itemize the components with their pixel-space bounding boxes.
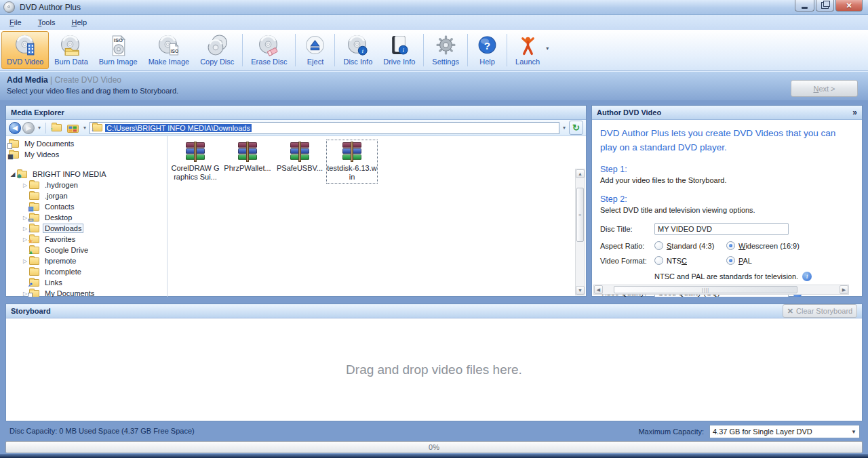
forward-button[interactable]: ▶ [22, 122, 35, 134]
drag-drop-placeholder: Drag and drop video files here. [346, 362, 522, 377]
settings-icon [435, 35, 457, 57]
disc-title-input[interactable] [654, 223, 789, 235]
info-icon[interactable]: i [802, 272, 812, 281]
toolbar-button-label: Settings [432, 58, 459, 66]
views-dropdown-icon[interactable]: ▾ [83, 125, 86, 131]
rar-archive-icon [342, 142, 362, 162]
tree-item-downloads[interactable]: ▷↓Downloads [6, 223, 167, 234]
toolbar-button-make-image[interactable]: ISOMake Image [143, 31, 195, 69]
radio-option-widescreen-16-9[interactable]: Widescreen (16:9) [726, 241, 798, 250]
chevron-collapse-icon[interactable]: » [852, 108, 857, 117]
launch-icon [517, 35, 539, 57]
author-panel-hscrollbar[interactable]: ◀ |||| ▶ [593, 285, 849, 295]
wizard-step-next: Create DVD Video [54, 75, 121, 85]
radio-unselected-icon [654, 256, 663, 265]
burn-data-icon [60, 35, 82, 57]
radio-option-ntsc[interactable]: NTSC [654, 256, 726, 265]
links-folder-icon: ↗ [29, 279, 39, 287]
restore-button[interactable] [816, 0, 834, 12]
radio-unselected-icon [654, 241, 663, 250]
tree-shortcut-my-documents[interactable]: My Documents [6, 138, 167, 149]
tree-item-hydrogen[interactable]: ▷.hydrogen [6, 180, 167, 190]
file-item-phrzpwallet[interactable]: PhrzPWallet... [222, 140, 273, 175]
app-disc-icon [3, 1, 15, 13]
toolbar-button-burn-data[interactable]: Burn Data [49, 31, 94, 69]
toolbar-button-launch[interactable]: Launch▾ [510, 31, 545, 69]
up-one-level-button[interactable]: ↑ [52, 124, 62, 131]
copy-disc-icon [206, 35, 229, 57]
close-button[interactable]: ✕ [835, 0, 863, 12]
tree-item-bright-info-media[interactable]: ◢☻BRIGHT INFO MEDIA [6, 169, 167, 180]
toolbar-button-dvd-video[interactable]: DVD Video [1, 31, 49, 69]
toolbar-button-disc-info[interactable]: iDisc Info [338, 31, 378, 69]
clear-x-icon: ✕ [787, 307, 793, 316]
tree-item-label: .hydrogen [43, 180, 80, 190]
tree-item-incomplete[interactable]: Incomplete [6, 266, 167, 277]
launch-dropdown-icon[interactable]: ▾ [546, 45, 549, 51]
tree-item-contacts[interactable]: ▤Contacts [6, 201, 167, 212]
history-dropdown-icon[interactable]: ▾ [38, 125, 41, 131]
toolbar-button-copy-disc[interactable]: Copy Disc [195, 31, 239, 69]
max-capacity-select[interactable]: 4.37 GB for Single Layer DVD ▼ [709, 425, 860, 438]
next-button[interactable]: Next > [791, 80, 858, 97]
tree-shortcut-my-videos[interactable]: ▦My Videos [6, 149, 167, 160]
back-button[interactable]: ◀ [9, 122, 21, 134]
toolbar-button-label: Make Image [149, 58, 190, 66]
tree-item-jorgan[interactable]: .jorgan [6, 190, 167, 201]
wizard-step-active: Add Media [7, 75, 48, 85]
radio-option-pal[interactable]: PAL [726, 256, 798, 265]
tree-item-google-drive[interactable]: ▲Google Drive [6, 245, 167, 255]
tree-item-desktop[interactable]: ▷▭Desktop [6, 212, 167, 223]
refresh-icon[interactable]: ↻ [569, 121, 583, 135]
address-path[interactable]: C:\Users\BRIGHT INFO MEDIA\Downloads [105, 124, 252, 132]
address-bar[interactable]: ↓ C:\Users\BRIGHT INFO MEDIA\Downloads [90, 122, 559, 134]
author-panel-header: Author DVD Video » [592, 106, 862, 120]
address-folder-icon: ↓ [92, 124, 102, 131]
rar-archive-icon [290, 142, 310, 162]
toolbar-button-burn-image[interactable]: ISO Burn Image [94, 31, 143, 69]
menu-item-tools[interactable]: Tools [38, 18, 56, 26]
tree-gap [6, 160, 167, 169]
toolbar-button-drive-info[interactable]: iDrive Info [378, 31, 420, 69]
file-item-psafeusbv[interactable]: PSafeUSBV... [274, 140, 326, 175]
scroll-left-icon[interactable]: ◀ [594, 285, 603, 294]
toolbar-button-erase-disc[interactable]: Erase Disc [245, 31, 292, 69]
help-icon: ? [476, 35, 498, 57]
toolbar-button-help[interactable]: ?Help [471, 31, 504, 69]
toolbar-button-settings[interactable]: Settings [427, 31, 465, 69]
file-item-coreldraw-graphics-sui[interactable]: CorelDRAW Graphics Sui... [170, 140, 221, 184]
clear-storyboard-button[interactable]: ✕ Clear Storyboard [783, 304, 857, 318]
address-dropdown-icon[interactable]: ▾ [563, 125, 566, 131]
contacts-folder-icon: ▤ [29, 203, 39, 211]
menu-item-file[interactable]: File [9, 18, 22, 26]
tree-item-links[interactable]: ↗Links [6, 277, 167, 288]
views-button[interactable] [67, 123, 79, 133]
toolbar-button-label: Copy Disc [200, 58, 234, 66]
window-bottom-edge [0, 454, 868, 458]
my-documents-folder-icon [29, 290, 39, 297]
wizard-steps: Add Media | Create DVD Video [7, 75, 868, 85]
disc-title-label: Disc Title: [600, 225, 654, 233]
tree-item-hpremote[interactable]: ▷hpremote [6, 255, 167, 266]
media-explorer-header: Media Explorer [6, 106, 586, 120]
toolbar-separator [423, 34, 424, 66]
wizard-step-separator: | [50, 75, 52, 85]
minimize-button[interactable] [795, 0, 814, 12]
author-hscroll-thumb[interactable]: |||| [614, 286, 797, 293]
toolbar-separator [242, 34, 243, 66]
svg-text:?: ? [484, 40, 490, 51]
menu-item-help[interactable]: Help [71, 18, 87, 26]
tree-item-my-documents[interactable]: ▷My Documents [6, 288, 167, 297]
radio-option-standard-4-3[interactable]: Standard (4:3) [654, 241, 726, 250]
scroll-right-icon[interactable]: ▶ [840, 285, 848, 294]
file-item-label: CorelDRAW Graphics Sui... [170, 164, 220, 182]
plain-folder-icon [29, 268, 39, 276]
toolbar-button-eject[interactable]: Eject [298, 31, 332, 69]
tree-item-favorites[interactable]: ▷★Favorites [6, 234, 167, 245]
storyboard-drop-area[interactable]: Drag and drop video files here. [6, 318, 862, 421]
file-item-testdisk-6-13-win[interactable]: testdisk-6.13.win [326, 140, 378, 184]
media-explorer-panel: Media Explorer ◀ ▶ ▾ ↑ ▾ ↓ C:\Users\BRIG… [5, 105, 587, 297]
tree-collapsed-arrow-icon[interactable]: ▷ [21, 258, 29, 264]
desktop-folder-icon: ▭ [29, 214, 39, 222]
tree-collapsed-arrow-icon[interactable]: ▷ [21, 182, 29, 188]
